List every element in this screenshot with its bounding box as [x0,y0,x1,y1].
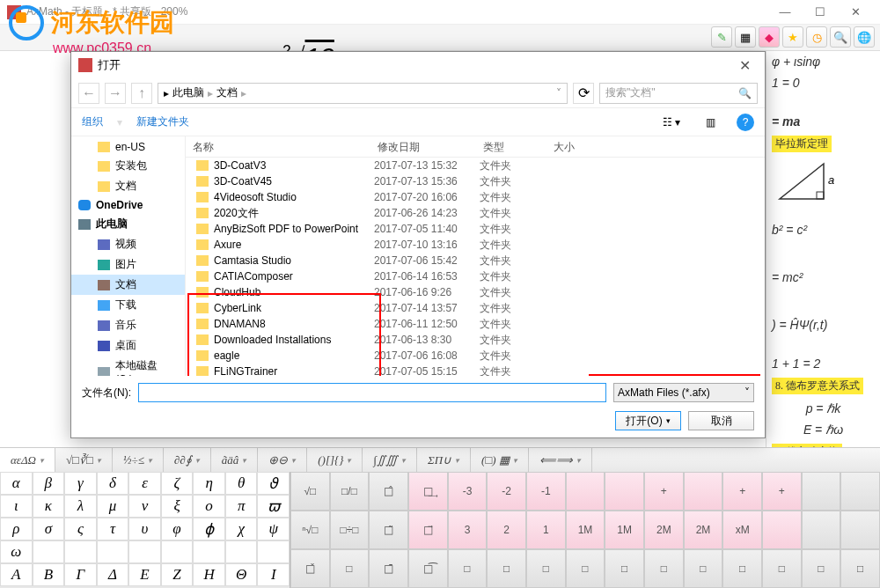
file-row[interactable]: FLiNGTrainer2017-07-05 15:15文件夹 [186,364,765,376]
template-symbol[interactable]: □̂ [369,472,408,511]
greek-symbol[interactable] [225,540,258,563]
greek-symbol[interactable]: Δ [97,563,129,586]
template-symbol[interactable]: □ [802,549,841,588]
template-symbol[interactable]: -1 [526,472,566,511]
greek-symbol[interactable]: β [33,472,65,495]
search-icon[interactable]: 🔍 [830,26,851,48]
clock-icon[interactable]: ◷ [806,26,827,48]
greek-symbol[interactable]: π [225,495,258,518]
search-input[interactable]: 搜索"文档" 🔍 [599,83,758,104]
greek-symbol[interactable]: θ [225,472,258,495]
symbol-tab[interactable]: ()[]{}▾ [307,448,363,472]
template-symbol[interactable]: □̌ [290,549,330,588]
template-symbol[interactable] [684,472,723,511]
file-row[interactable]: Axure2017-07-10 13:16文件夹 [186,237,765,253]
greek-symbol[interactable]: ρ [0,518,33,540]
greek-symbol[interactable]: η [193,472,225,495]
template-symbol[interactable]: + [644,472,684,511]
tool-button-1[interactable]: ✎ [711,26,732,48]
minimize-button[interactable]: — [767,0,803,25]
globe-icon[interactable]: 🌐 [854,26,875,48]
template-symbol[interactable]: √□ [290,472,330,511]
greek-symbol[interactable] [97,540,129,563]
file-row[interactable]: CyberLink2017-07-14 13:57文件夹 [186,300,765,316]
tree-item[interactable]: en-US [71,138,185,156]
greek-symbol[interactable] [128,540,161,563]
cancel-button[interactable]: 取消 [688,411,754,430]
greek-symbol[interactable]: υ [128,518,161,540]
greek-symbol[interactable]: χ [225,518,258,540]
breadcrumb-item[interactable]: 此电脑 [172,85,204,100]
greek-symbol[interactable]: E [128,563,161,586]
template-symbol[interactable]: □ [448,549,488,588]
file-row[interactable]: Downloaded Installations2017-06-13 8:30文… [186,332,765,348]
symbol-tab[interactable]: ⟸⟹▾ [529,448,592,472]
file-row[interactable]: 3D-CoatV32017-07-13 15:32文件夹 [186,158,765,173]
greek-symbol[interactable]: γ [64,472,97,495]
file-row[interactable]: CloudHub2017-06-16 9:26文件夹 [186,284,765,300]
nav-fwd-button[interactable]: → [105,83,126,104]
template-symbol[interactable]: -3 [448,472,488,511]
dialog-close-button[interactable]: ✕ [731,55,758,76]
greek-symbol[interactable]: κ [33,495,65,518]
template-symbol[interactable] [762,511,802,549]
template-symbol[interactable]: ⁿ√□ [290,511,330,549]
file-row[interactable]: 4Videosoft Studio2017-07-20 16:06文件夹 [186,189,765,205]
open-button[interactable]: 打开(O)▾ [615,411,681,430]
filetype-select[interactable]: AxMath Files (*.afx) ˅ [613,383,754,402]
template-symbol[interactable]: □ [330,549,370,588]
template-symbol[interactable] [802,472,841,511]
organize-button[interactable]: 组织 [82,114,103,129]
greek-symbol[interactable]: ι [0,495,33,518]
tree-item[interactable]: OneDrive [71,196,185,214]
greek-symbol[interactable]: ϖ [257,495,290,518]
greek-symbol[interactable]: ς [64,518,97,540]
template-symbol[interactable]: + [722,472,762,511]
greek-symbol[interactable]: Γ [64,563,97,586]
file-row[interactable]: 2020文件2017-06-26 14:23文件夹 [186,205,765,221]
template-symbol[interactable]: -2 [487,472,526,511]
template-symbol[interactable]: □̃ [369,511,408,549]
file-row[interactable]: Camtasia Studio2017-07-06 15:42文件夹 [186,253,765,268]
template-symbol[interactable]: □͢ [408,472,448,511]
greek-symbol[interactable] [161,540,194,563]
symbol-tab[interactable]: √□∛□▾ [55,448,113,472]
symbol-tab[interactable]: ½÷≤▾ [113,448,164,472]
template-symbol[interactable]: □/□ [330,472,370,511]
greek-symbol[interactable]: Θ [225,563,258,586]
file-row[interactable]: eagle2017-07-06 16:08文件夹 [186,348,765,364]
template-symbol[interactable]: □ [644,549,684,588]
template-symbol[interactable]: xM [722,511,762,549]
greek-symbol[interactable] [193,540,225,563]
grid-icon[interactable]: ▦ [735,26,756,48]
template-symbol[interactable]: □ [487,549,526,588]
template-symbol[interactable]: 3 [448,511,488,549]
refresh-button[interactable]: ⟳ [573,83,594,104]
template-symbol[interactable]: □͡ [408,549,448,588]
greek-symbol[interactable]: ε [128,472,161,495]
greek-symbol[interactable]: φ [161,518,194,540]
template-symbol[interactable] [840,472,880,511]
template-symbol[interactable]: □ [526,549,566,588]
greek-symbol[interactable]: τ [97,518,129,540]
template-symbol[interactable] [802,511,841,549]
greek-symbol[interactable]: H [193,563,225,586]
template-symbol[interactable]: 1 [526,511,566,549]
tree-item[interactable]: 安装包 [71,156,185,176]
preview-button[interactable]: ▥ [698,113,722,132]
tree-item[interactable]: 此电脑 [71,214,185,234]
close-button[interactable]: ✕ [838,0,873,25]
symbol-tab[interactable]: ãäâ▾ [211,448,259,472]
greek-symbol[interactable]: Z [161,563,194,586]
tree-item[interactable]: 桌面 [71,335,185,356]
col-name[interactable]: 名称 [186,136,370,157]
greek-symbol[interactable]: A [0,563,33,586]
template-symbol[interactable]: □÷□ [330,511,370,549]
breadcrumb[interactable]: ▸ 此电脑 ▸ 文档 ▸ ˅ [158,83,568,104]
nav-back-button[interactable]: ← [78,83,99,104]
symbol-tab[interactable]: ⊕⊖▾ [258,448,307,472]
greek-symbol[interactable]: B [33,563,65,586]
template-symbol[interactable]: □ [684,549,723,588]
template-symbol[interactable] [566,472,605,511]
template-symbol[interactable]: + [762,472,802,511]
